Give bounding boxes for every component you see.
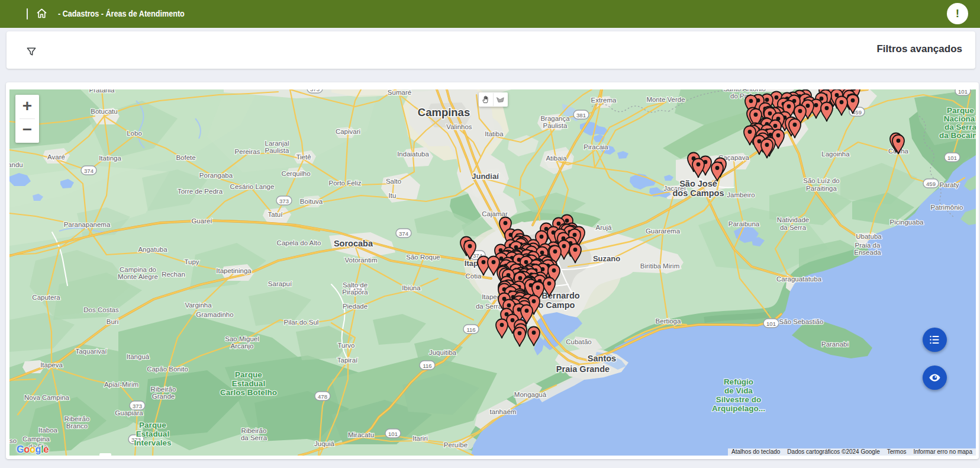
svg-text:Ribeirão: Ribeirão [151,386,176,393]
svg-text:Rechan: Rechan [162,271,185,278]
svg-text:Guapiara: Guapiara [115,409,143,416]
svg-text:Tapiraí: Tapiraí [337,357,358,364]
svg-text:Grande: Grande [152,393,175,400]
svg-text:101: 101 [958,89,968,95]
svg-text:Ibiúna: Ibiúna [402,284,421,291]
svg-text:459: 459 [926,181,936,187]
svg-text:Monte Alegre: Monte Alegre [118,273,158,280]
svg-text:so: so [9,437,17,444]
svg-text:Paraitinga: Paraitinga [806,185,837,192]
svg-text:Botucatu: Botucatu [91,108,117,115]
svg-text:Itapetininga: Itapetininga [216,267,252,274]
svg-text:Carlos Botelho: Carlos Botelho [220,388,277,397]
svg-text:Angatuba: Angatuba [138,246,167,253]
svg-text:da Serra: da Serra [944,123,976,132]
svg-text:Pereiras: Pereiras [235,148,260,155]
svg-text:373: 373 [310,89,320,92]
svg-text:Tupy: Tupy [184,258,199,265]
svg-text:Caraguatatuba: Caraguatatuba [776,275,822,283]
svg-text:Taquarivaí: Taquarivaí [75,348,107,355]
svg-text:Estadual: Estadual [136,429,169,438]
svg-text:Miracatu: Miracatu [348,431,374,438]
svg-text:Itariri: Itariri [412,435,428,442]
svg-text:Jundiaí: Jundiaí [472,172,499,181]
svg-text:Estadual: Estadual [232,379,265,388]
svg-text:Parque: Parque [947,106,974,115]
svg-text:Juquiá: Juquiá [314,440,334,447]
svg-text:Praia da: Praia da [855,242,881,249]
svg-text:Gramadinho: Gramadinho [196,311,233,318]
svg-text:Turvo: Turvo [338,342,355,349]
svg-text:Ribeirão: Ribeirão [241,427,267,434]
svg-text:Guararema: Guararema [646,227,681,235]
svg-text:Itatinga: Itatinga [99,155,121,162]
svg-text:101: 101 [766,320,776,327]
svg-text:Arquipélago...: Arquipélago... [712,404,765,413]
svg-text:Atibaia: Atibaia [546,155,567,162]
svg-text:Capela do Alto: Capela do Alto [277,239,321,246]
svg-text:Silvestre do: Silvestre do [716,395,762,404]
svg-text:Enseada: Enseada [854,249,881,256]
svg-text:dos Campos: dos Campos [672,188,724,198]
svg-text:Apiaí-Mirim: Apiaí-Mirim [104,381,138,388]
svg-text:Monte Verde: Monte Verde [646,96,685,103]
svg-text:Boituva: Boituva [300,198,323,205]
svg-text:Pilar do Sul: Pilar do Sul [284,319,319,326]
svg-text:Bragança: Bragança [540,115,570,122]
svg-text:101: 101 [947,155,957,161]
svg-text:Parque: Parque [139,421,166,429]
svg-text:da Serra: da Serra [780,224,807,231]
svg-text:Bertioga: Bertioga [656,318,681,325]
svg-text:Porto Feliz: Porto Feliz [329,179,362,187]
svg-text:Valinhos: Valinhos [446,123,472,130]
svg-text:Campinas: Campinas [418,106,470,118]
svg-text:Extrema: Extrema [591,97,617,104]
svg-text:Lagoinha: Lagoinha [821,150,850,158]
svg-text:Buri: Buri [107,318,118,325]
svg-text:Lobo: Lobo [127,130,142,137]
svg-text:Itaboa: Itaboa [38,427,58,434]
svg-text:da Serra: da Serra [476,303,502,310]
svg-text:374: 374 [84,168,94,174]
svg-text:Mongaguá: Mongaguá [514,391,547,398]
svg-text:Cotia: Cotia [466,273,482,280]
svg-text:da Serra: da Serra [241,434,267,441]
svg-text:Itatiba: Itatiba [485,130,504,137]
svg-text:Tatuí: Tatuí [268,211,283,218]
svg-text:116: 116 [423,363,431,369]
svg-text:Itapeva: Itapeva [40,361,63,368]
svg-text:Biritiba Mirim: Biritiba Mirim [640,262,679,270]
svg-text:478: 478 [318,393,327,400]
svg-text:São Sebastião: São Sebastião [779,318,824,325]
svg-text:Cerquilho: Cerquilho [281,170,310,177]
svg-text:373: 373 [279,198,289,204]
svg-text:381: 381 [576,112,586,118]
svg-text:Torre de Pedra: Torre de Pedra [178,188,223,195]
svg-text:Piedade: Piedade [343,303,368,310]
svg-text:Itanguá: Itanguá [127,353,150,360]
svg-text:Pratânia: Pratânia [89,89,115,94]
svg-text:da Bocaina: da Bocaina [939,131,976,140]
svg-text:São Luíz do: São Luíz do [803,177,839,184]
svg-text:Avaré: Avaré [47,153,65,161]
svg-text:Paranapanema: Paranapanema [64,221,111,228]
svg-text:Paraty: Paraty [939,181,959,188]
svg-text:Capão Bonito: Capão Bonito [147,366,188,373]
svg-text:Ubatuba: Ubatuba [856,233,882,240]
svg-text:São José: São José [679,179,717,188]
svg-text:Itu: Itu [389,192,396,199]
svg-text:Nova Campina: Nova Campina [24,394,70,401]
svg-text:Sao Miguel: Sao Miguel [225,335,259,342]
svg-text:Campina do: Campina do [120,266,156,273]
svg-text:374: 374 [399,230,408,237]
svg-text:Refúgio: Refúgio [724,377,753,386]
svg-text:Nacional: Nacional [944,114,976,123]
svg-text:Patrimônio: Patrimônio [931,204,963,211]
svg-text:Campina: Campina [22,435,50,443]
svg-text:Indaiatuba: Indaiatuba [397,150,429,158]
svg-text:Cajamar: Cajamar [482,210,508,217]
svg-text:Salto de: Salto de [343,281,368,289]
svg-text:randu: randu [9,161,23,168]
svg-text:Paulista: Paulista [265,147,290,154]
svg-text:Praia Grande: Praia Grande [556,364,610,374]
